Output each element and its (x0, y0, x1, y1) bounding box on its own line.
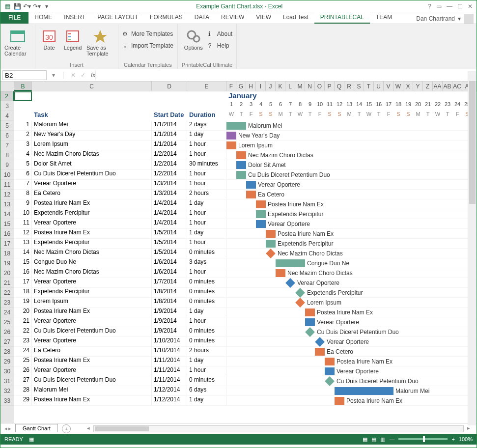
data-rows[interactable]: 1Malorum Mei1/1/20142 daysMalorum Mei2Ne… (14, 121, 477, 423)
close-icon[interactable]: ✕ (468, 3, 473, 10)
select-all-corner[interactable] (0, 82, 14, 91)
cell-num[interactable]: 27 (14, 376, 32, 386)
col-header-R[interactable]: R (344, 82, 354, 91)
cell-date[interactable]: 1/5/2014 (152, 249, 187, 258)
cell-duration[interactable]: 1 day (187, 131, 226, 140)
cell-date[interactable]: 1/1/2014 (152, 131, 187, 140)
cell-duration[interactable]: 1 day (187, 357, 226, 366)
cell-num[interactable]: 18 (14, 288, 32, 297)
cell-task[interactable]: Malorum Mei (32, 121, 152, 130)
table-row[interactable]: 10Expetendis Percipitur1/4/20141 hourExp… (14, 209, 477, 219)
row-header-12[interactable]: 12 (0, 190, 14, 199)
ribbon-display-icon[interactable]: ▭ (436, 3, 442, 10)
cell-task[interactable]: New Year's Day (32, 131, 152, 140)
cell-num[interactable]: 23 (14, 337, 32, 346)
col-header-T[interactable]: T (364, 82, 374, 91)
cell-num[interactable]: 4 (14, 150, 32, 160)
cell-date[interactable]: 1/1/2014 (152, 140, 187, 150)
cell-task[interactable]: Congue Duo Ne (32, 258, 152, 268)
col-header-X[interactable]: X (403, 82, 413, 91)
cell-task[interactable]: Postea Iriure Nam Ex (32, 396, 152, 405)
cell-date[interactable]: 1/2/2014 (152, 150, 187, 160)
cell-num[interactable]: 17 (14, 278, 32, 287)
sheet-nav-next-icon[interactable]: ▸ (8, 425, 11, 432)
zoom-out-icon[interactable]: — (389, 436, 394, 442)
cell-date[interactable]: 1/5/2014 (152, 229, 187, 238)
cell-duration[interactable]: 1 hour (187, 140, 226, 150)
table-row[interactable]: 14Nec Mazim Choro Dictas1/5/20140 minute… (14, 249, 477, 258)
col-header-B[interactable]: B (14, 82, 32, 91)
col-header-AC[interactable]: AC (452, 82, 462, 91)
spreadsheet-grid[interactable]: B C D E FGHIJKLMNOPQRSTUVWXYZAAABACA 234… (0, 82, 477, 423)
row-header-33[interactable]: 33 (0, 396, 14, 406)
cell-task[interactable]: Postea Iriure Nam Ex (32, 229, 152, 238)
cell-duration[interactable]: 2 hours (187, 347, 226, 356)
cell-duration[interactable]: 0 minutes (187, 337, 226, 346)
row-header-30[interactable]: 30 (0, 366, 14, 376)
cell-task[interactable]: Verear Oportere (32, 180, 152, 189)
cell-duration[interactable]: 1 day (187, 229, 226, 238)
vertical-scrollbar[interactable] (468, 71, 476, 425)
col-header-V[interactable]: V (384, 82, 393, 91)
cell-date[interactable]: 1/9/2014 (152, 308, 187, 317)
cell-num[interactable]: 25 (14, 357, 32, 366)
row-header-2[interactable]: 2 (0, 91, 14, 101)
cell-duration[interactable]: 1 day (187, 199, 226, 209)
cell-task[interactable]: Postea Iriure Nam Ex (32, 357, 152, 366)
cell-task[interactable]: Dolor Sit Amet (32, 160, 152, 169)
cell-num[interactable]: 24 (14, 347, 32, 356)
cell-date[interactable]: 1/5/2014 (152, 239, 187, 248)
col-header-O[interactable]: O (315, 82, 325, 91)
cell-duration[interactable]: 1 day (187, 308, 226, 317)
col-header-AA[interactable]: AA (433, 82, 443, 91)
table-row[interactable]: 18Expetendis Percipitur1/8/20140 minutes… (14, 288, 477, 298)
cell-date[interactable]: 1/8/2014 (152, 288, 187, 297)
row-header-16[interactable]: 16 (0, 229, 14, 239)
tab-formulas[interactable]: FORMULAS (144, 12, 189, 24)
cell-num[interactable]: 3 (14, 140, 32, 150)
cell-num[interactable]: 21 (14, 317, 32, 327)
cell-task[interactable]: Expetendis Percipitur (32, 209, 152, 219)
cell-duration[interactable]: 30 minutes (187, 160, 226, 169)
cell-num[interactable]: 7 (14, 180, 32, 189)
cell-date[interactable]: 1/3/2014 (152, 180, 187, 189)
cell-task[interactable]: Lorem Ipsum (32, 298, 152, 307)
col-header-C[interactable]: C (32, 82, 152, 91)
table-row[interactable]: 23Verear Oportere1/10/20140 minutesVerea… (14, 337, 477, 347)
cell-duration[interactable]: 1 hour (187, 239, 226, 248)
user-menu-icon[interactable]: ▾ (458, 15, 461, 22)
table-row[interactable]: 16Nec Mazim Choro Dictas1/6/20141 hourNe… (14, 268, 477, 278)
cell-task[interactable]: Verear Oportere (32, 219, 152, 228)
qat-customize-icon[interactable]: ▾ (43, 2, 51, 10)
tab-review[interactable]: REVIEW (215, 12, 250, 24)
horizontal-scrollbar[interactable]: ◂ ▸ (93, 425, 464, 432)
cell-duration[interactable]: 1 hour (187, 366, 226, 376)
minimize-icon[interactable]: — (447, 3, 452, 10)
cell-duration[interactable]: 2 hours (187, 190, 226, 199)
cell-date[interactable]: 1/8/2014 (152, 298, 187, 307)
col-header-M[interactable]: M (295, 82, 305, 91)
cell-duration[interactable]: 3 days (187, 258, 226, 268)
row-header-17[interactable]: 17 (0, 239, 14, 249)
namebox-dropdown-icon[interactable]: ▾ (49, 72, 58, 79)
cell-task[interactable]: Ea Cetero (32, 190, 152, 199)
table-row[interactable]: 27Cu Duis Diceret Petentium Duo1/11/2014… (14, 376, 477, 386)
row-header-32[interactable]: 32 (0, 386, 14, 396)
cell-task[interactable]: Verear Oportere (32, 317, 152, 327)
table-row[interactable]: 3Lorem Ipsum1/1/20141 hourLorem Ipsum (14, 140, 477, 150)
fx-icon[interactable]: fx (88, 72, 95, 79)
cell-date[interactable]: 1/11/2014 (152, 366, 187, 376)
row-header-8[interactable]: 8 (0, 150, 14, 160)
cell-date[interactable]: 1/4/2014 (152, 199, 187, 209)
cell-num[interactable]: 13 (14, 239, 32, 248)
cell-num[interactable]: 1 (14, 121, 32, 130)
legend-button[interactable]: Legend (62, 26, 84, 51)
table-row[interactable]: 19Lorem Ipsum1/8/20140 minutesLorem Ipsu… (14, 298, 477, 308)
page-layout-view-icon[interactable]: ▤ (371, 436, 376, 443)
cell-task[interactable]: Nec Mazim Choro Dictas (32, 150, 152, 160)
avatar[interactable] (464, 14, 474, 24)
create-calendar-button[interactable]: Create Calendar (4, 26, 31, 56)
zoom-level[interactable]: 100% (459, 436, 473, 442)
sheet-tab-gantt[interactable]: Gantt Chart (15, 424, 58, 432)
col-header-G[interactable]: G (236, 82, 246, 91)
